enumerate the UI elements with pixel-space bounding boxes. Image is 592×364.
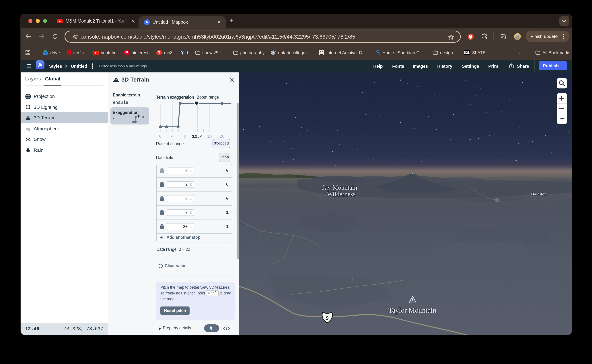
svg-text:Taylor Mountain: Taylor Mountain — [388, 306, 436, 314]
svg-text:20: 20 — [220, 134, 225, 139]
svg-text:4: 4 — [171, 134, 174, 139]
svg-text:Jay Mountain: Jay Mountain — [322, 184, 357, 191]
svg-text:D2L: D2L — [464, 51, 470, 54]
svg-text:8: 8 — [184, 134, 186, 139]
svg-text:9: 9 — [326, 315, 329, 321]
svg-text:12.4: 12.4 — [192, 134, 203, 139]
svg-text:16: 16 — [207, 134, 212, 139]
svg-text:0: 0 — [159, 134, 162, 139]
svg-text:Wilderness: Wilderness — [327, 191, 355, 198]
svg-text:Haselton: Haselton — [531, 192, 546, 196]
